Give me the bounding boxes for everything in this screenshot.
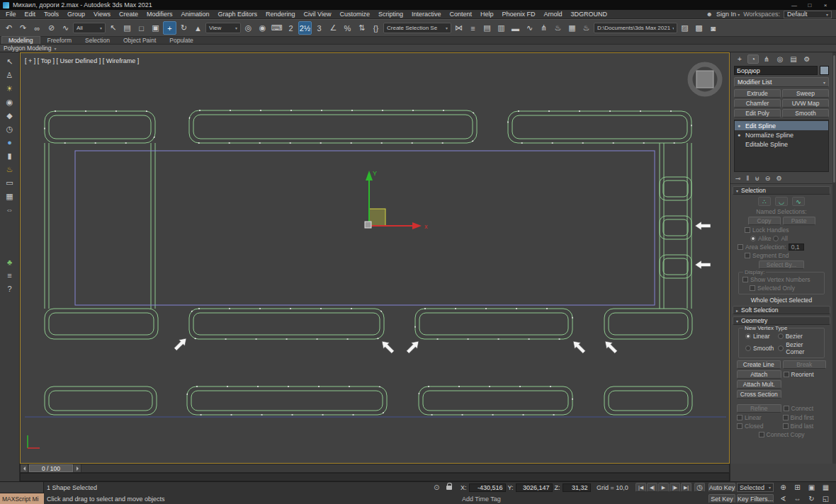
zoom-icon[interactable]: ⊕ bbox=[776, 482, 790, 493]
toggle-layer-explorer-icon[interactable]: ▥ bbox=[495, 21, 508, 35]
list-icon[interactable]: ≡ bbox=[3, 270, 17, 281]
orbit-icon[interactable]: ↻ bbox=[805, 493, 818, 504]
modifier-set-button[interactable]: Extrude bbox=[734, 89, 781, 98]
menu-item[interactable]: Scripting bbox=[374, 11, 407, 18]
bind-last-checkbox[interactable] bbox=[783, 423, 789, 429]
panel-scrollbar-thumb[interactable] bbox=[833, 55, 835, 183]
ribbon-tab-object-paint[interactable]: Object Paint bbox=[117, 36, 162, 44]
menu-item[interactable]: Civil View bbox=[300, 11, 336, 18]
selection-rollout-header[interactable]: Selection bbox=[733, 186, 830, 195]
select-by-name-icon[interactable]: ▤ bbox=[120, 21, 134, 35]
track-bar[interactable] bbox=[20, 473, 730, 481]
area-selection-checkbox[interactable] bbox=[738, 244, 743, 250]
add-time-tag[interactable]: Add Time Tag bbox=[462, 493, 501, 504]
field-of-view-icon[interactable]: ∢ bbox=[776, 493, 790, 504]
tab-modify[interactable]: ◔ bbox=[747, 55, 759, 64]
menu-item[interactable]: Help bbox=[476, 11, 498, 18]
move-gizmo[interactable]: Y x bbox=[365, 170, 428, 230]
tab-display[interactable]: ▤ bbox=[788, 55, 799, 64]
rectangular-selection-region-icon[interactable]: □ bbox=[135, 21, 148, 35]
linear-vertex-radio[interactable] bbox=[745, 333, 751, 339]
unlink-selection-icon[interactable]: ⊘ bbox=[45, 21, 58, 35]
menu-item[interactable]: Group bbox=[63, 11, 89, 18]
spinner-snap-toggle-icon[interactable]: ⇅ bbox=[355, 21, 368, 35]
ribbon-tab-selection[interactable]: Selection bbox=[79, 36, 116, 44]
bezier-corner-vertex-radio[interactable] bbox=[778, 345, 784, 351]
stack-item-editable-spline[interactable]: Editable Spline bbox=[735, 139, 828, 149]
ribbon-tab-freeform[interactable]: Freeform bbox=[41, 36, 78, 44]
remove-modifier-icon[interactable]: ⊖ bbox=[765, 175, 771, 182]
maxscript-listener[interactable] bbox=[0, 482, 44, 493]
select-and-move-icon[interactable]: + bbox=[163, 21, 176, 35]
redo-icon[interactable]: ↷ bbox=[16, 21, 30, 35]
menu-item[interactable]: 3DGROUND bbox=[567, 11, 612, 18]
modifier-set-button[interactable]: Edit Poly bbox=[734, 109, 781, 118]
attach-button[interactable]: Attach bbox=[737, 370, 781, 379]
menu-item[interactable]: Graph Editors bbox=[213, 11, 261, 18]
curve-editor-icon[interactable]: ∿ bbox=[523, 21, 536, 35]
modifier-list-dropdown[interactable]: Modifier List bbox=[734, 77, 829, 87]
play-animation-icon[interactable]: ▶ bbox=[658, 483, 669, 492]
menu-item[interactable]: Edit bbox=[21, 11, 40, 18]
toggle-scene-explorer-icon[interactable]: ▤ bbox=[480, 21, 494, 35]
teapot-icon[interactable]: ♨ bbox=[3, 164, 17, 175]
select-tool-icon[interactable]: ↖ bbox=[3, 56, 17, 67]
select-and-rotate-icon[interactable]: ↻ bbox=[177, 21, 191, 35]
alike-radio[interactable] bbox=[750, 236, 756, 241]
cylinder-icon[interactable]: ▮ bbox=[3, 150, 17, 161]
previous-frame-button[interactable] bbox=[21, 464, 28, 472]
window-crossing-icon[interactable]: ▣ bbox=[149, 21, 162, 35]
auto-key-button[interactable]: Auto Key bbox=[708, 483, 735, 492]
time-slider-handle[interactable]: 0 / 100 bbox=[29, 464, 73, 472]
vertex-subobject-icon[interactable]: ∴ bbox=[758, 197, 771, 206]
zoom-extents-all-icon[interactable]: ▦ bbox=[819, 482, 832, 493]
select-and-manipulate-icon[interactable]: ◉ bbox=[256, 21, 269, 35]
go-to-start-icon[interactable]: |◀ bbox=[636, 483, 646, 492]
attach-mult-button[interactable]: Attach Mult. bbox=[737, 380, 781, 389]
light-icon[interactable]: ☀ bbox=[3, 83, 17, 94]
selected-only-checkbox[interactable] bbox=[750, 285, 755, 291]
modifier-set-button[interactable]: Chamfer bbox=[734, 99, 781, 108]
select-object-icon[interactable]: ↖ bbox=[106, 21, 120, 35]
menu-item[interactable]: Arnold bbox=[540, 11, 567, 18]
maximize-button[interactable]: □ bbox=[802, 0, 818, 10]
menu-item[interactable]: Modifiers bbox=[142, 11, 177, 18]
workspace-dropdown[interactable]: Default bbox=[784, 11, 832, 18]
sign-in-button[interactable]: Sign In bbox=[716, 11, 740, 18]
copy-button[interactable]: Copy bbox=[748, 217, 781, 225]
connect-copy-checkbox[interactable] bbox=[759, 432, 764, 437]
menu-item[interactable]: Customize bbox=[335, 11, 374, 18]
spline-subobject-icon[interactable]: ∿ bbox=[792, 197, 805, 206]
tab-hierarchy[interactable]: ⋔ bbox=[761, 55, 772, 64]
zoom-all-icon[interactable]: ⊞ bbox=[791, 482, 804, 493]
undo-icon[interactable]: ↶ bbox=[2, 21, 16, 35]
sphere-icon[interactable]: ● bbox=[3, 137, 17, 148]
y-coordinate-field[interactable]: 3026,147 bbox=[516, 483, 553, 492]
viewport-canvas[interactable]: Y x bbox=[21, 53, 729, 463]
ribbon-tab-modeling[interactable]: Modeling bbox=[1, 36, 40, 44]
menu-item[interactable]: Views bbox=[89, 11, 115, 18]
toggle-ribbon-icon[interactable]: ▬ bbox=[509, 21, 522, 35]
menu-item[interactable]: Content bbox=[445, 11, 476, 18]
next-frame-button[interactable] bbox=[74, 464, 81, 472]
closed-checkbox[interactable] bbox=[737, 423, 742, 429]
material-editor-icon[interactable]: ◙ bbox=[706, 21, 720, 35]
segment-subobject-icon[interactable]: ◡ bbox=[775, 197, 788, 206]
segment-end-checkbox[interactable] bbox=[745, 253, 750, 258]
reference-coordinate-system-dropdown[interactable]: View bbox=[205, 23, 241, 33]
configure-modifier-sets-icon[interactable]: ⚙ bbox=[776, 175, 781, 182]
bind-first-checkbox[interactable] bbox=[783, 415, 789, 420]
time-slider-track[interactable] bbox=[81, 464, 729, 472]
snaps-toggle-2d-icon[interactable]: 2 bbox=[284, 21, 298, 35]
use-pivot-point-center-icon[interactable]: ◎ bbox=[242, 21, 255, 35]
tab-utilities[interactable]: ⚙ bbox=[801, 55, 813, 64]
grid-icon[interactable]: ▦ bbox=[3, 190, 17, 202]
selection-lock-icon[interactable] bbox=[446, 486, 452, 490]
menu-item[interactable]: Tools bbox=[40, 11, 63, 18]
pan-view-icon[interactable]: ⇔ bbox=[791, 493, 804, 504]
help-icon[interactable]: ? bbox=[3, 283, 17, 294]
object-name-field[interactable]: Бордюр bbox=[734, 66, 818, 75]
bind-to-space-warp-icon[interactable]: ∿ bbox=[59, 21, 72, 35]
snaps-toggle-3d-icon[interactable]: 3 bbox=[312, 21, 326, 35]
go-to-end-icon[interactable]: ▶| bbox=[681, 483, 691, 492]
